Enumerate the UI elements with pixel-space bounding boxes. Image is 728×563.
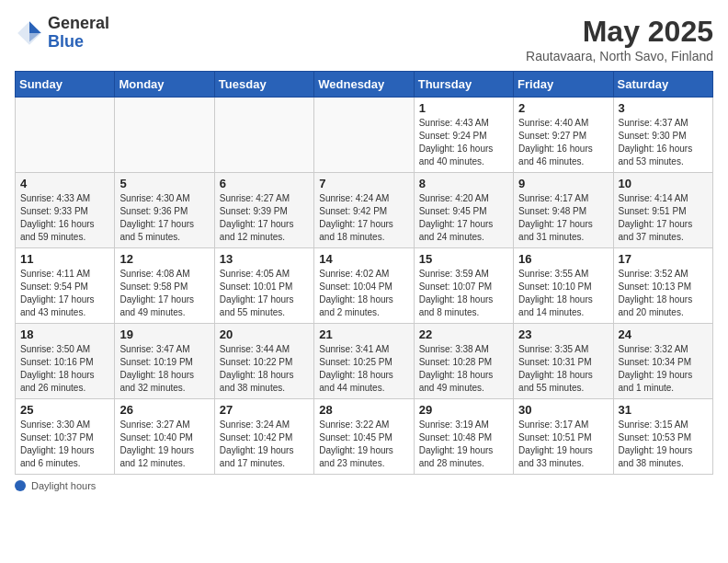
calendar-cell: 12Sunrise: 4:08 AM Sunset: 9:58 PM Dayli…	[115, 248, 214, 324]
footer-dot-icon	[15, 480, 26, 491]
day-info: Sunrise: 3:52 AM Sunset: 10:13 PM Daylig…	[619, 268, 708, 319]
calendar-cell: 14Sunrise: 4:02 AM Sunset: 10:04 PM Dayl…	[314, 248, 414, 324]
calendar-cell: 17Sunrise: 3:52 AM Sunset: 10:13 PM Dayl…	[613, 248, 712, 324]
svg-marker-2	[29, 21, 41, 33]
day-info: Sunrise: 3:50 AM Sunset: 10:16 PM Daylig…	[20, 343, 109, 395]
day-info: Sunrise: 4:30 AM Sunset: 9:36 PM Dayligh…	[119, 192, 209, 244]
calendar-cell	[314, 98, 414, 173]
title-block: May 2025 Rautavaara, North Savo, Finland	[526, 15, 713, 63]
weekday-header: Monday	[115, 72, 214, 98]
day-number: 2	[518, 101, 608, 115]
day-number: 20	[220, 327, 309, 341]
day-number: 15	[419, 252, 508, 266]
day-number: 24	[619, 327, 708, 341]
calendar-cell: 10Sunrise: 4:14 AM Sunset: 9:51 PM Dayli…	[613, 173, 712, 248]
day-info: Sunrise: 4:14 AM Sunset: 9:51 PM Dayligh…	[619, 192, 708, 244]
calendar-cell: 31Sunrise: 3:15 AM Sunset: 10:53 PM Dayl…	[613, 399, 712, 475]
day-number: 19	[119, 327, 209, 341]
weekday-header: Thursday	[414, 72, 513, 98]
weekday-header: Friday	[514, 72, 613, 98]
day-number: 8	[419, 177, 508, 190]
calendar-week-row: 18Sunrise: 3:50 AM Sunset: 10:16 PM Dayl…	[16, 324, 713, 399]
calendar-cell: 18Sunrise: 3:50 AM Sunset: 10:16 PM Dayl…	[16, 324, 115, 399]
calendar-header-row: SundayMondayTuesdayWednesdayThursdayFrid…	[16, 72, 713, 98]
day-info: Sunrise: 4:11 AM Sunset: 9:54 PM Dayligh…	[20, 268, 109, 319]
calendar-cell: 4Sunrise: 4:33 AM Sunset: 9:33 PM Daylig…	[16, 173, 115, 248]
calendar-cell: 27Sunrise: 3:24 AM Sunset: 10:42 PM Dayl…	[214, 399, 313, 475]
day-info: Sunrise: 3:41 AM Sunset: 10:25 PM Daylig…	[319, 343, 408, 395]
day-number: 29	[419, 403, 508, 417]
calendar-cell: 23Sunrise: 3:35 AM Sunset: 10:31 PM Dayl…	[514, 324, 613, 399]
day-info: Sunrise: 4:17 AM Sunset: 9:48 PM Dayligh…	[518, 192, 608, 244]
day-number: 23	[518, 327, 608, 341]
day-number: 1	[419, 101, 508, 115]
month-title: May 2025	[526, 15, 713, 49]
day-info: Sunrise: 4:33 AM Sunset: 9:33 PM Dayligh…	[20, 192, 109, 244]
calendar-cell: 26Sunrise: 3:27 AM Sunset: 10:40 PM Dayl…	[115, 399, 214, 475]
day-info: Sunrise: 3:59 AM Sunset: 10:07 PM Daylig…	[419, 268, 508, 319]
calendar-cell: 9Sunrise: 4:17 AM Sunset: 9:48 PM Daylig…	[514, 173, 613, 248]
footer-label: Daylight hours	[31, 480, 96, 491]
day-info: Sunrise: 3:15 AM Sunset: 10:53 PM Daylig…	[619, 419, 708, 470]
calendar-cell: 6Sunrise: 4:27 AM Sunset: 9:39 PM Daylig…	[214, 173, 313, 248]
day-info: Sunrise: 4:08 AM Sunset: 9:58 PM Dayligh…	[119, 268, 209, 319]
calendar-cell: 24Sunrise: 3:32 AM Sunset: 10:34 PM Dayl…	[613, 324, 712, 399]
calendar-cell	[214, 98, 313, 173]
calendar-cell: 3Sunrise: 4:37 AM Sunset: 9:30 PM Daylig…	[613, 98, 712, 173]
day-number: 27	[220, 403, 309, 417]
day-number: 18	[20, 327, 109, 341]
day-number: 7	[319, 177, 408, 190]
calendar-cell: 20Sunrise: 3:44 AM Sunset: 10:22 PM Dayl…	[214, 324, 313, 399]
calendar-week-row: 1Sunrise: 4:43 AM Sunset: 9:24 PM Daylig…	[16, 98, 713, 173]
logo-general: General	[48, 14, 109, 32]
calendar-cell: 13Sunrise: 4:05 AM Sunset: 10:01 PM Dayl…	[214, 248, 313, 324]
day-number: 4	[20, 177, 109, 190]
day-number: 6	[220, 177, 309, 190]
logo-blue: Blue	[48, 32, 84, 51]
day-info: Sunrise: 3:17 AM Sunset: 10:51 PM Daylig…	[518, 419, 608, 470]
day-info: Sunrise: 3:47 AM Sunset: 10:19 PM Daylig…	[119, 343, 209, 395]
calendar-cell: 28Sunrise: 3:22 AM Sunset: 10:45 PM Dayl…	[314, 399, 414, 475]
day-number: 26	[119, 403, 209, 417]
day-info: Sunrise: 3:19 AM Sunset: 10:48 PM Daylig…	[419, 419, 508, 470]
calendar-cell: 2Sunrise: 4:40 AM Sunset: 9:27 PM Daylig…	[514, 98, 613, 173]
day-number: 11	[20, 252, 109, 266]
calendar-cell: 1Sunrise: 4:43 AM Sunset: 9:24 PM Daylig…	[414, 98, 513, 173]
logo: General Blue	[15, 15, 109, 52]
day-info: Sunrise: 4:27 AM Sunset: 9:39 PM Dayligh…	[220, 192, 309, 244]
calendar-cell: 22Sunrise: 3:38 AM Sunset: 10:28 PM Dayl…	[414, 324, 513, 399]
day-info: Sunrise: 3:32 AM Sunset: 10:34 PM Daylig…	[619, 343, 708, 395]
calendar-cell: 29Sunrise: 3:19 AM Sunset: 10:48 PM Dayl…	[414, 399, 513, 475]
calendar-week-row: 25Sunrise: 3:30 AM Sunset: 10:37 PM Dayl…	[16, 399, 713, 475]
calendar-footer: Daylight hours	[15, 480, 713, 491]
day-number: 3	[619, 101, 708, 115]
logo-text: General Blue	[48, 15, 109, 52]
page-header: General Blue May 2025 Rautavaara, North …	[15, 15, 713, 63]
day-number: 10	[619, 177, 708, 190]
day-number: 28	[319, 403, 408, 417]
subtitle: Rautavaara, North Savo, Finland	[526, 49, 713, 63]
calendar-week-row: 11Sunrise: 4:11 AM Sunset: 9:54 PM Dayli…	[16, 248, 713, 324]
calendar-cell: 19Sunrise: 3:47 AM Sunset: 10:19 PM Dayl…	[115, 324, 214, 399]
day-info: Sunrise: 4:43 AM Sunset: 9:24 PM Dayligh…	[419, 117, 508, 168]
calendar-cell: 5Sunrise: 4:30 AM Sunset: 9:36 PM Daylig…	[115, 173, 214, 248]
day-info: Sunrise: 4:24 AM Sunset: 9:42 PM Dayligh…	[319, 192, 408, 244]
day-info: Sunrise: 3:35 AM Sunset: 10:31 PM Daylig…	[518, 343, 608, 395]
calendar-cell: 16Sunrise: 3:55 AM Sunset: 10:10 PM Dayl…	[514, 248, 613, 324]
weekday-header: Tuesday	[214, 72, 313, 98]
day-info: Sunrise: 4:05 AM Sunset: 10:01 PM Daylig…	[220, 268, 309, 319]
calendar-cell: 30Sunrise: 3:17 AM Sunset: 10:51 PM Dayl…	[514, 399, 613, 475]
day-info: Sunrise: 4:37 AM Sunset: 9:30 PM Dayligh…	[619, 117, 708, 168]
day-number: 30	[518, 403, 608, 417]
weekday-header: Saturday	[613, 72, 712, 98]
day-info: Sunrise: 3:27 AM Sunset: 10:40 PM Daylig…	[119, 419, 209, 470]
day-number: 17	[619, 252, 708, 266]
weekday-header: Wednesday	[314, 72, 414, 98]
calendar-cell	[115, 98, 214, 173]
calendar-cell	[16, 98, 115, 173]
day-number: 14	[319, 252, 408, 266]
day-info: Sunrise: 4:40 AM Sunset: 9:27 PM Dayligh…	[518, 117, 608, 168]
calendar-cell: 15Sunrise: 3:59 AM Sunset: 10:07 PM Dayl…	[414, 248, 513, 324]
day-info: Sunrise: 4:20 AM Sunset: 9:45 PM Dayligh…	[419, 192, 508, 244]
day-number: 21	[319, 327, 408, 341]
